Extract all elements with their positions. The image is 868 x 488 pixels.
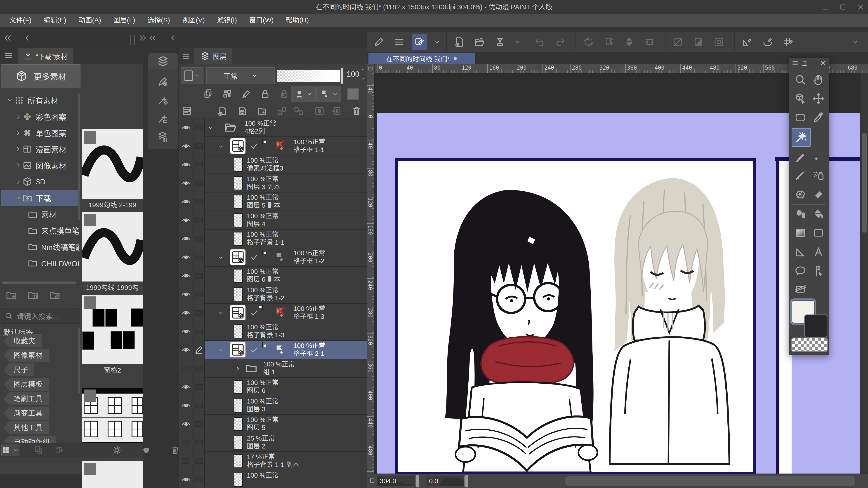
layer-row-格子背景 1-1[interactable]: 100 %正常格子背景 1-1 — [179, 230, 367, 248]
close-icon[interactable] — [819, 60, 827, 66]
layer-row-格子背景 1-2[interactable]: 100 %正常格子背景 1-2 — [179, 285, 367, 304]
chevron-down-icon[interactable] — [217, 347, 224, 353]
pen-lock-icon[interactable] — [241, 88, 252, 99]
palette-color-dropdown[interactable] — [181, 67, 204, 84]
tag-chip-渐变工具[interactable]: 渐变工具 — [4, 407, 49, 420]
layer-thumbnail[interactable] — [262, 305, 263, 311]
invert-select-icon[interactable] — [691, 34, 706, 50]
menu-item-5[interactable]: 选择(S) — [141, 14, 176, 27]
folder-edit-icon[interactable] — [49, 289, 61, 301]
material-thumbnail-3[interactable] — [82, 295, 143, 364]
eye-icon[interactable] — [179, 119, 193, 137]
layer-checkbox[interactable] — [193, 285, 205, 304]
layer-thumbnail[interactable] — [234, 287, 243, 301]
layer-content[interactable]: ✕100 %正常格子框 1-1 — [205, 137, 367, 156]
tree-item-3D[interactable]: 3D — [1, 173, 79, 190]
eye-icon[interactable] — [179, 341, 193, 359]
document-tab[interactable]: 在不同的时间线 我们* — [368, 53, 475, 64]
layer-thumbnail[interactable] — [234, 417, 243, 431]
tag-chip-图像素材[interactable]: 图像素材 — [4, 349, 49, 362]
zoom-field[interactable]: 304.0 — [377, 476, 415, 486]
pencil-icon[interactable] — [371, 34, 386, 50]
layer-row-格子框 1-3[interactable]: ✕100 %正常格子框 1-3 — [179, 304, 367, 322]
canvas-vscrollbar[interactable] — [861, 73, 868, 474]
toolbar-overflow-chevron-icon[interactable] — [850, 34, 860, 50]
layer-content[interactable]: 100 %正常图层 3 — [205, 396, 367, 415]
tool-wand-icon[interactable] — [792, 128, 811, 147]
layer-content[interactable]: 100 %正常图层 5 — [205, 415, 367, 433]
opacity-slider[interactable] — [277, 69, 342, 82]
tool-petals-icon[interactable] — [792, 205, 809, 223]
opacity-stepper[interactable]: ⌃⌄ — [360, 68, 366, 81]
undo-icon[interactable] — [532, 34, 548, 50]
new-cube-icon[interactable] — [237, 105, 248, 117]
tool-ruler-icon[interactable] — [792, 280, 809, 298]
side-tab-layers[interactable] — [148, 53, 178, 69]
layers-menu-icon[interactable] — [182, 53, 190, 61]
border-select-icon[interactable] — [711, 34, 726, 50]
eye-icon[interactable] — [179, 322, 193, 341]
layer-row-图层 6[interactable]: 100 %正常图层 6 — [179, 378, 367, 396]
tool-marker-icon[interactable] — [792, 148, 809, 165]
tree-item-图像素材[interactable]: 图像素材 — [1, 157, 79, 173]
material-thumbnail-2[interactable] — [82, 212, 143, 282]
chevron-right-icon[interactable] — [14, 162, 22, 169]
link-tool-icon[interactable] — [412, 34, 427, 50]
comic-frame-1-1[interactable] — [395, 158, 756, 474]
layer-thumbnail[interactable] — [234, 435, 243, 450]
side-tab-pen-target-icon[interactable] — [157, 76, 169, 88]
layer-checkbox[interactable] — [193, 174, 205, 193]
eye-icon[interactable] — [179, 396, 193, 415]
tag-chip-其他工具[interactable]: 其他工具 — [4, 421, 49, 434]
tree-item-彩色图案[interactable]: 彩色图案 — [1, 108, 79, 125]
collapse-mid-icon[interactable] — [168, 33, 177, 42]
minimize-icon[interactable] — [822, 3, 829, 11]
chevron-down-icon[interactable] — [217, 254, 224, 261]
eye-icon[interactable] — [179, 285, 193, 304]
maximize-icon[interactable] — [839, 3, 847, 11]
layer-thumbnail[interactable] — [234, 269, 243, 283]
layer-row-图层 5[interactable]: 100 %正常图层 5 — [179, 415, 367, 433]
tool-figure-icon[interactable] — [810, 224, 827, 242]
side-tab-wand-list-icon[interactable] — [157, 112, 169, 124]
material-thumbnail-5[interactable] — [82, 461, 143, 488]
menu-item-9[interactable]: 帮助(H) — [280, 14, 315, 27]
editing-pen-icon[interactable] — [193, 341, 205, 359]
layer-content[interactable]: 100 %正常格子框 1-2 — [205, 248, 367, 267]
tag-chip-尺子[interactable]: 尺子 — [4, 363, 34, 377]
layer-row-像素对话框3[interactable]: 100 %正常像素对话框3 — [179, 156, 367, 174]
layer-content[interactable]: 100 %正常 — [205, 470, 367, 488]
layer-content[interactable]: 100 %正常格子背景 1-1 — [205, 230, 367, 248]
menu-item-6[interactable]: 视图(V) — [176, 14, 211, 27]
eye-icon[interactable] — [179, 415, 193, 433]
tool-poly-icon[interactable] — [792, 186, 809, 203]
chevron-right-icon[interactable] — [14, 113, 22, 120]
layer-checkbox[interactable] — [193, 452, 205, 470]
layer-row-4格2列[interactable]: 100 %正常4格2列 — [179, 119, 367, 137]
side-tab-layers-grid-icon[interactable] — [157, 131, 169, 142]
canvas-vscrollbar-thumb[interactable] — [862, 133, 867, 233]
tool-text-icon[interactable] — [810, 243, 827, 261]
chevron-down-icon[interactable] — [513, 34, 523, 50]
tool-zoom-icon[interactable] — [792, 71, 809, 89]
layer-checkbox[interactable] — [193, 267, 205, 285]
material-thumbnail-4[interactable] — [82, 388, 143, 448]
layer-checkbox[interactable] — [193, 119, 205, 137]
collapse-left-icon[interactable] — [23, 33, 32, 42]
chevron-down-icon[interactable] — [217, 310, 224, 316]
layer-row-图层 5 副本[interactable]: 100 %正常图层 5 副本 — [179, 193, 367, 211]
layer-content[interactable]: 100 %正常格子背景 1-2 — [205, 285, 367, 304]
folder-trash-icon[interactable] — [27, 289, 39, 301]
materials-tree-hscrollbar[interactable] — [2, 282, 76, 284]
mask-flag-dropdown[interactable] — [316, 86, 341, 102]
layer-thumbnail[interactable] — [234, 473, 243, 487]
layer-thumbnail[interactable] — [234, 398, 243, 413]
tool-move-icon[interactable] — [810, 90, 827, 107]
tool-linefix-icon[interactable] — [810, 262, 827, 280]
layer-content[interactable]: 100 %正常图层 6 副本 — [205, 267, 367, 285]
layer-content[interactable]: 100 %正常图层 3 副本 — [205, 174, 367, 193]
lock-checker-icon[interactable] — [278, 88, 290, 99]
mask-flag-icon[interactable] — [274, 251, 287, 263]
layer-content[interactable]: 17 %正常格子背景 1-1 副本 — [205, 452, 367, 470]
tag-chip-笔刷工具[interactable]: 笔刷工具 — [4, 392, 49, 405]
